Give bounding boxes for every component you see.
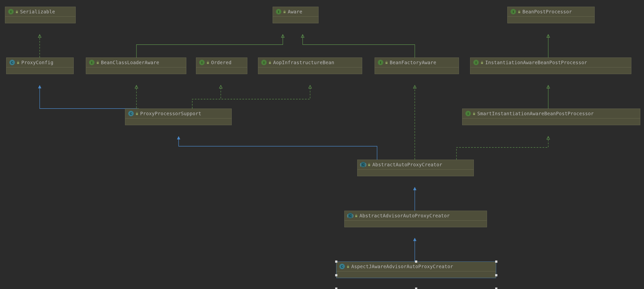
selection-handle[interactable] — [335, 261, 338, 263]
lock-icon — [206, 61, 210, 64]
lock-icon — [96, 61, 100, 64]
lock-icon — [354, 214, 358, 217]
abstract-class-icon: C — [348, 213, 353, 218]
node-label: InstantiationAwareBeanPostProcessor — [485, 60, 587, 65]
lock-icon — [16, 61, 20, 64]
lock-icon — [346, 265, 350, 268]
interface-icon: I — [378, 60, 383, 65]
node-label: BeanClassLoaderAware — [101, 60, 159, 65]
interface-icon: I — [510, 9, 516, 14]
node-label: BeanFactoryAware — [390, 60, 436, 65]
node-label: Ordered — [211, 60, 232, 65]
node-bean-post-processor[interactable]: I BeanPostProcessor — [507, 7, 595, 23]
lock-icon — [135, 112, 139, 115]
node-label: Serializable — [20, 9, 55, 14]
node-aware[interactable]: I Aware — [273, 7, 318, 23]
abstract-class-icon: C — [360, 162, 366, 167]
lock-icon — [368, 163, 371, 166]
node-label: AopInfrastructureBean — [273, 60, 334, 65]
selection-handle[interactable] — [415, 288, 417, 289]
node-ordered[interactable]: I Ordered — [196, 57, 247, 74]
class-icon: C — [128, 111, 134, 116]
node-label: AspectJAwareAdvisorAutoProxyCreator — [351, 264, 453, 269]
node-smart-instantiation-aware-bean-post-processor[interactable]: I SmartInstantiationAwareBeanPostProcess… — [462, 109, 640, 125]
interface-icon: I — [8, 9, 14, 14]
selection-handle[interactable] — [495, 261, 498, 263]
interface-icon: I — [89, 60, 94, 65]
lock-icon — [268, 61, 272, 64]
selection-handle[interactable] — [495, 288, 498, 289]
node-proxy-processor-support[interactable]: C ProxyProcessorSupport — [125, 109, 232, 125]
node-serializable[interactable]: I Serializable — [5, 7, 76, 23]
node-label: BeanPostProcessor — [522, 9, 572, 14]
node-label: AbstractAdvisorAutoProxyCreator — [360, 213, 450, 218]
selection-handle[interactable] — [495, 274, 498, 276]
class-icon: C — [339, 264, 345, 269]
lock-icon — [15, 10, 18, 13]
interface-icon: I — [261, 60, 267, 65]
node-abstract-advisor-auto-proxy-creator[interactable]: C AbstractAdvisorAutoProxyCreator — [344, 211, 487, 227]
selection-handle[interactable] — [335, 274, 338, 276]
lock-icon — [385, 61, 388, 64]
interface-icon: I — [473, 60, 479, 65]
node-label: ProxyConfig — [21, 60, 53, 65]
lock-icon — [283, 10, 286, 13]
interface-icon: I — [199, 60, 205, 65]
lock-icon — [480, 61, 484, 64]
connector-layer — [0, 0, 644, 289]
lock-icon — [518, 10, 521, 13]
diagram-canvas[interactable]: I Serializable I Aware I BeanPostProcess… — [0, 0, 644, 289]
selection-handle[interactable] — [415, 261, 417, 263]
node-bean-factory-aware[interactable]: I BeanFactoryAware — [374, 57, 459, 74]
interface-icon: I — [276, 9, 281, 14]
node-proxy-config[interactable]: C ProxyConfig — [6, 57, 74, 74]
node-label: Aware — [288, 9, 302, 14]
node-aop-infrastructure-bean[interactable]: I AopInfrastructureBean — [258, 57, 362, 74]
node-label: ProxyProcessorSupport — [140, 111, 202, 116]
class-icon: C — [10, 60, 15, 65]
node-bean-class-loader-aware[interactable]: I BeanClassLoaderAware — [86, 57, 186, 74]
lock-icon — [472, 112, 476, 115]
interface-icon: I — [466, 111, 471, 116]
node-aspectj-aware-advisor-auto-proxy-creator[interactable]: C AspectJAwareAdvisorAutoProxyCreator — [336, 262, 496, 278]
node-label: AbstractAutoProxyCreator — [372, 162, 442, 167]
selection-handle[interactable] — [335, 288, 338, 289]
node-abstract-auto-proxy-creator[interactable]: C AbstractAutoProxyCreator — [357, 160, 474, 176]
node-instantiation-aware-bean-post-processor[interactable]: I InstantiationAwareBeanPostProcessor — [470, 57, 631, 74]
node-label: SmartInstantiationAwareBeanPostProcessor — [477, 111, 594, 116]
